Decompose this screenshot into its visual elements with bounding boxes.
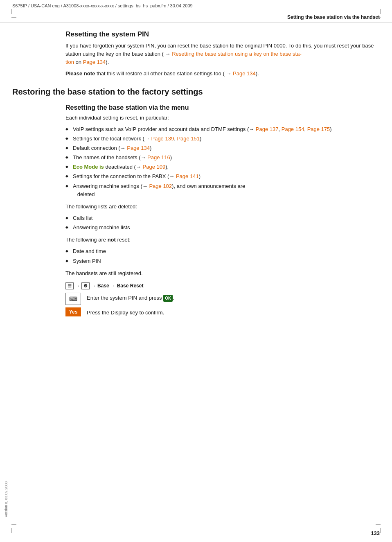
link-page-141[interactable]: Page 141 — [176, 173, 199, 179]
version-sidebar: Version 8, 03.09.2008 — [4, 481, 8, 517]
not-reset-title: The following are not reset: — [65, 236, 380, 244]
intro-text: Each individual setting is reset, in par… — [65, 114, 380, 122]
link-page-139[interactable]: Page 139 — [151, 136, 174, 142]
nav-arrow-3: → — [111, 283, 115, 288]
tick-top-left — [11, 9, 12, 14]
restore-section: Resetting the base station via the menu … — [65, 104, 380, 317]
page-number: 133 — [371, 530, 380, 536]
yes-label: Yes — [69, 309, 78, 315]
link-page-116[interactable]: Page 116 — [147, 154, 170, 160]
tick-bottom-left — [11, 528, 12, 533]
nav-arrow-2: → — [91, 283, 96, 288]
page-wrapper: S675IP / USA-CAN eng / A31008-xxxx-xxxx-… — [0, 0, 392, 542]
arrow-1: → — [165, 51, 172, 57]
link-page-175[interactable]: Page 175 — [307, 126, 330, 132]
base-label: Base — [97, 283, 109, 289]
major-section-title: Restoring the base station to the factor… — [12, 87, 380, 97]
instruction-2-text: Press the Display key to confirm. — [87, 307, 164, 317]
base-reset-label: Base Reset — [117, 283, 144, 289]
deleted-title: The following lists are deleted: — [65, 203, 380, 211]
settings-bullet-list: VoIP settings such as VoIP provider and … — [65, 125, 380, 199]
not-reset-bullet-list: Date and time System PIN — [65, 247, 380, 265]
dash-top-left — [11, 17, 16, 18]
instruction-1-text: Enter the system PIN and press OK. — [87, 293, 174, 302]
eco-mode-label: Eco Mode is — [73, 164, 104, 170]
nav-arrow-1: → — [75, 283, 80, 288]
bullet-answering-lists: Answering machine lists — [65, 224, 380, 232]
settings-icon-box[interactable]: ⚙ — [81, 282, 90, 289]
link-page-151[interactable]: Page 151 — [177, 136, 200, 142]
menu-icon-box[interactable]: ☰ — [65, 282, 74, 289]
please-note-bold: Please note — [65, 70, 95, 77]
link-page-134-a[interactable]: Page 134 — [83, 59, 106, 65]
keyboard-icon: ⌨ — [69, 296, 77, 302]
bullet-local-network: Settings for the local network (→ Page 1… — [65, 135, 380, 143]
instruction-row-1: ⌨ Enter the system PIN and press OK. — [65, 293, 380, 305]
bullet-calls-list: Calls list — [65, 214, 380, 222]
nav-line: ☰ → ⚙ → Base → Base Reset — [65, 282, 380, 289]
link-page-102[interactable]: Page 102 — [149, 183, 172, 189]
link-page-134-b[interactable]: Page 134 — [233, 70, 256, 77]
dash-bottom-right — [376, 524, 381, 525]
link-page-137[interactable]: Page 137 — [256, 126, 279, 132]
reset-pin-title: Resetting the system PIN — [65, 30, 380, 38]
instruction-row-2: Yes Press the Display key to confirm. — [65, 307, 380, 317]
keyboard-icon-box: ⌨ — [65, 293, 81, 305]
reset-pin-body2: Please note that this will restore all o… — [65, 70, 380, 78]
header-bar: S675IP / USA-CAN eng / A31008-xxxx-xxxx-… — [0, 0, 392, 10]
dash-bottom-left — [11, 524, 16, 525]
still-registered: The handsets are still registered. — [65, 269, 380, 278]
tick-top-right — [380, 9, 381, 14]
main-content: Resetting the system PIN If you have for… — [0, 30, 392, 317]
reset-pin-body1: If you have forgotten your system PIN, y… — [65, 42, 380, 66]
yes-icon-box: Yes — [65, 307, 81, 316]
link-page-154[interactable]: Page 154 — [282, 126, 304, 132]
section-header-text: Setting the base station via the handset — [287, 14, 380, 20]
bullet-pabx: Settings for the connection to the PABX … — [65, 172, 380, 181]
bullet-system-pin: System PIN — [65, 257, 380, 265]
deleted-bullet-list: Calls list Answering machine lists — [65, 214, 380, 232]
reset-pin-section: Resetting the system PIN If you have for… — [65, 30, 380, 78]
bullet-default-connection: Default connection (→ Page 134) — [65, 144, 380, 152]
bullet-answering-machine: Answering machine settings (→ Page 102),… — [65, 182, 380, 199]
bullet-date-time: Date and time — [65, 247, 380, 255]
sub-section-title: Resetting the base station via the menu — [65, 104, 380, 111]
section-header: Setting the base station via the handset — [0, 10, 392, 23]
bullet-handset-names: The names of the handsets (→ Page 116) — [65, 154, 380, 162]
not-bold: not — [108, 237, 116, 243]
dash-top-right — [376, 17, 381, 18]
header-path: S675IP / USA-CAN eng / A31008-xxxx-xxxx-… — [12, 3, 193, 8]
link-page-109[interactable]: Page 109 — [143, 164, 166, 170]
arrow-2: → — [225, 70, 233, 77]
bullet-eco-mode: Eco Mode is deactivated (→ Page 109), — [65, 163, 380, 171]
bullet-voip: VoIP settings such as VoIP provider and … — [65, 125, 380, 133]
ok-badge: OK — [163, 295, 173, 302]
link-page-134-c[interactable]: Page 134 — [127, 145, 150, 151]
tick-bottom-right — [380, 528, 381, 533]
